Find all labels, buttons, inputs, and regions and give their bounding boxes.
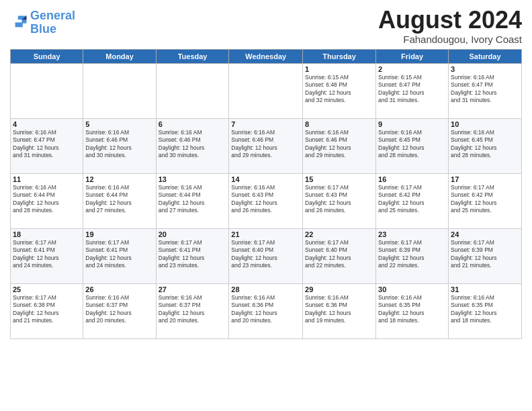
day-number: 7 xyxy=(231,120,300,128)
calendar-cell: 22Sunrise: 6:17 AM Sunset: 6:40 PM Dayli… xyxy=(303,228,376,283)
calendar-cell: 3Sunrise: 6:16 AM Sunset: 6:47 PM Daylig… xyxy=(449,63,522,118)
day-number: 12 xyxy=(85,175,153,183)
day-info: Sunrise: 6:16 AM Sunset: 6:46 PM Dayligh… xyxy=(159,129,227,160)
day-number: 4 xyxy=(13,120,81,128)
day-info: Sunrise: 6:16 AM Sunset: 6:36 PM Dayligh… xyxy=(305,294,373,325)
day-number: 11 xyxy=(13,175,81,183)
weekday-header: Saturday xyxy=(449,49,522,63)
day-info: Sunrise: 6:16 AM Sunset: 6:44 PM Dayligh… xyxy=(159,184,227,215)
calendar-cell: 25Sunrise: 6:17 AM Sunset: 6:38 PM Dayli… xyxy=(11,283,83,338)
calendar-week-row: 1Sunrise: 6:15 AM Sunset: 6:48 PM Daylig… xyxy=(11,63,522,118)
day-info: Sunrise: 6:17 AM Sunset: 6:39 PM Dayligh… xyxy=(451,239,519,270)
weekday-header: Thursday xyxy=(303,49,376,63)
calendar-cell: 31Sunrise: 6:16 AM Sunset: 6:35 PM Dayli… xyxy=(449,283,522,338)
calendar-table: SundayMondayTuesdayWednesdayThursdayFrid… xyxy=(10,49,522,339)
calendar-week-row: 4Sunrise: 6:16 AM Sunset: 6:47 PM Daylig… xyxy=(11,118,522,173)
day-info: Sunrise: 6:17 AM Sunset: 6:42 PM Dayligh… xyxy=(451,184,519,215)
day-info: Sunrise: 6:17 AM Sunset: 6:40 PM Dayligh… xyxy=(305,239,373,270)
calendar-cell xyxy=(156,63,229,118)
day-number: 17 xyxy=(451,175,519,183)
calendar-cell: 4Sunrise: 6:16 AM Sunset: 6:47 PM Daylig… xyxy=(11,118,83,173)
day-info: Sunrise: 6:16 AM Sunset: 6:36 PM Dayligh… xyxy=(231,294,300,325)
day-number: 30 xyxy=(378,285,446,293)
calendar-cell: 14Sunrise: 6:16 AM Sunset: 6:43 PM Dayli… xyxy=(229,173,303,228)
day-number: 22 xyxy=(305,230,373,238)
calendar-cell: 11Sunrise: 6:16 AM Sunset: 6:44 PM Dayli… xyxy=(11,173,83,228)
day-number: 25 xyxy=(13,285,81,293)
day-number: 3 xyxy=(451,65,519,73)
svg-rect-2 xyxy=(15,22,23,27)
weekday-header: Friday xyxy=(376,49,449,63)
day-info: Sunrise: 6:17 AM Sunset: 6:41 PM Dayligh… xyxy=(159,239,227,270)
day-info: Sunrise: 6:16 AM Sunset: 6:45 PM Dayligh… xyxy=(451,129,519,160)
calendar-cell: 17Sunrise: 6:17 AM Sunset: 6:42 PM Dayli… xyxy=(449,173,522,228)
logo-line2: Blue xyxy=(30,22,56,36)
day-info: Sunrise: 6:17 AM Sunset: 6:39 PM Dayligh… xyxy=(378,239,446,270)
day-info: Sunrise: 6:17 AM Sunset: 6:41 PM Dayligh… xyxy=(13,239,81,270)
day-info: Sunrise: 6:16 AM Sunset: 6:35 PM Dayligh… xyxy=(378,294,446,325)
day-info: Sunrise: 6:16 AM Sunset: 6:44 PM Dayligh… xyxy=(85,184,153,215)
day-info: Sunrise: 6:16 AM Sunset: 6:43 PM Dayligh… xyxy=(231,184,300,215)
day-number: 28 xyxy=(231,285,300,293)
calendar-cell: 9Sunrise: 6:16 AM Sunset: 6:45 PM Daylig… xyxy=(376,118,449,173)
logo-icon xyxy=(11,12,30,31)
calendar-cell: 23Sunrise: 6:17 AM Sunset: 6:39 PM Dayli… xyxy=(376,228,449,283)
calendar-cell: 30Sunrise: 6:16 AM Sunset: 6:35 PM Dayli… xyxy=(376,283,449,338)
calendar-cell: 28Sunrise: 6:16 AM Sunset: 6:36 PM Dayli… xyxy=(229,283,303,338)
title-block: August 2024 Fahandougou, Ivory Coast xyxy=(378,7,522,45)
day-info: Sunrise: 6:16 AM Sunset: 6:47 PM Dayligh… xyxy=(451,74,519,105)
day-info: Sunrise: 6:16 AM Sunset: 6:47 PM Dayligh… xyxy=(13,129,81,160)
calendar-cell: 21Sunrise: 6:17 AM Sunset: 6:40 PM Dayli… xyxy=(229,228,303,283)
day-info: Sunrise: 6:15 AM Sunset: 6:48 PM Dayligh… xyxy=(305,74,373,105)
calendar-cell: 20Sunrise: 6:17 AM Sunset: 6:41 PM Dayli… xyxy=(156,228,229,283)
header: General Blue August 2024 Fahandougou, Iv… xyxy=(10,7,522,45)
calendar-cell: 19Sunrise: 6:17 AM Sunset: 6:41 PM Dayli… xyxy=(83,228,156,283)
calendar-cell: 15Sunrise: 6:17 AM Sunset: 6:43 PM Dayli… xyxy=(303,173,376,228)
calendar-cell: 6Sunrise: 6:16 AM Sunset: 6:46 PM Daylig… xyxy=(156,118,229,173)
day-number: 23 xyxy=(378,230,446,238)
day-number: 14 xyxy=(231,175,300,183)
calendar-cell: 24Sunrise: 6:17 AM Sunset: 6:39 PM Dayli… xyxy=(449,228,522,283)
weekday-header: Monday xyxy=(83,49,156,63)
calendar-cell: 7Sunrise: 6:16 AM Sunset: 6:46 PM Daylig… xyxy=(229,118,303,173)
calendar-cell: 29Sunrise: 6:16 AM Sunset: 6:36 PM Dayli… xyxy=(303,283,376,338)
day-number: 21 xyxy=(231,230,300,238)
day-info: Sunrise: 6:16 AM Sunset: 6:46 PM Dayligh… xyxy=(305,129,373,160)
calendar-week-row: 18Sunrise: 6:17 AM Sunset: 6:41 PM Dayli… xyxy=(11,228,522,283)
day-info: Sunrise: 6:16 AM Sunset: 6:46 PM Dayligh… xyxy=(85,129,153,160)
day-number: 1 xyxy=(305,65,373,73)
day-info: Sunrise: 6:15 AM Sunset: 6:47 PM Dayligh… xyxy=(378,74,446,105)
day-number: 24 xyxy=(451,230,519,238)
subtitle: Fahandougou, Ivory Coast xyxy=(378,34,522,45)
day-number: 26 xyxy=(85,285,153,293)
day-number: 29 xyxy=(305,285,373,293)
calendar-cell: 18Sunrise: 6:17 AM Sunset: 6:41 PM Dayli… xyxy=(11,228,83,283)
calendar-cell: 12Sunrise: 6:16 AM Sunset: 6:44 PM Dayli… xyxy=(83,173,156,228)
calendar-week-row: 11Sunrise: 6:16 AM Sunset: 6:44 PM Dayli… xyxy=(11,173,522,228)
day-number: 13 xyxy=(159,175,227,183)
main-title: August 2024 xyxy=(378,7,522,34)
logo: General Blue xyxy=(10,9,75,36)
calendar-cell: 5Sunrise: 6:16 AM Sunset: 6:46 PM Daylig… xyxy=(83,118,156,173)
calendar-cell: 26Sunrise: 6:16 AM Sunset: 6:37 PM Dayli… xyxy=(83,283,156,338)
day-number: 20 xyxy=(159,230,227,238)
day-number: 31 xyxy=(451,285,519,293)
day-number: 15 xyxy=(305,175,373,183)
day-number: 16 xyxy=(378,175,446,183)
day-info: Sunrise: 6:17 AM Sunset: 6:43 PM Dayligh… xyxy=(305,184,373,215)
calendar-cell: 2Sunrise: 6:15 AM Sunset: 6:47 PM Daylig… xyxy=(376,63,449,118)
calendar-cell: 10Sunrise: 6:16 AM Sunset: 6:45 PM Dayli… xyxy=(449,118,522,173)
calendar-header-row: SundayMondayTuesdayWednesdayThursdayFrid… xyxy=(11,49,522,63)
day-info: Sunrise: 6:17 AM Sunset: 6:40 PM Dayligh… xyxy=(231,239,300,270)
day-number: 5 xyxy=(85,120,153,128)
day-info: Sunrise: 6:16 AM Sunset: 6:46 PM Dayligh… xyxy=(231,129,300,160)
day-number: 9 xyxy=(378,120,446,128)
day-info: Sunrise: 6:16 AM Sunset: 6:37 PM Dayligh… xyxy=(159,294,227,325)
day-info: Sunrise: 6:16 AM Sunset: 6:35 PM Dayligh… xyxy=(451,294,519,325)
calendar-cell: 8Sunrise: 6:16 AM Sunset: 6:46 PM Daylig… xyxy=(303,118,376,173)
day-number: 18 xyxy=(13,230,81,238)
day-number: 6 xyxy=(159,120,227,128)
page: General Blue August 2024 Fahandougou, Iv… xyxy=(0,0,532,411)
day-number: 19 xyxy=(85,230,153,238)
day-number: 10 xyxy=(451,120,519,128)
